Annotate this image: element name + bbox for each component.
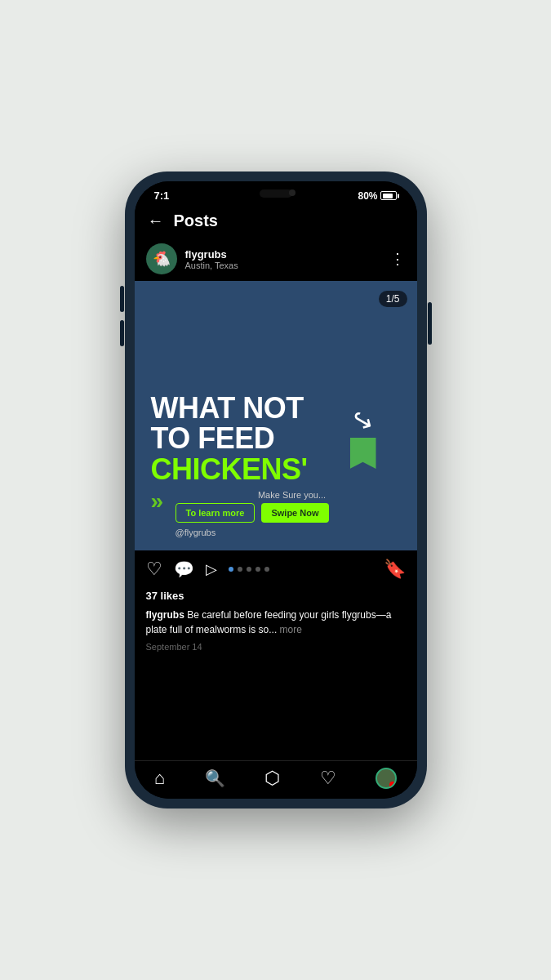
likes-row: 37 likes bbox=[135, 588, 417, 606]
swipe-now-button[interactable]: Swipe Now bbox=[261, 503, 328, 523]
comment-button[interactable]: 💬 bbox=[174, 559, 194, 579]
volume-down-button[interactable] bbox=[120, 320, 124, 346]
dot-2 bbox=[238, 567, 242, 572]
action-icons-left: ♡ 💬 ▷ bbox=[146, 559, 217, 580]
user-info: flygrubs Austin, Texas bbox=[185, 248, 390, 270]
bookmark-graphic bbox=[350, 438, 376, 469]
arrow-area: ↪ bbox=[350, 405, 376, 469]
nav-reels[interactable]: ⬡ bbox=[264, 768, 280, 789]
battery-percent: 80% bbox=[358, 190, 377, 202]
caption-username[interactable]: flygrubs bbox=[146, 609, 184, 621]
learn-more-button[interactable]: To learn more bbox=[176, 503, 256, 523]
status-right: 80% bbox=[358, 190, 397, 202]
caption-row: flygrubs Be careful before feeding your … bbox=[135, 606, 417, 639]
status-time: 7:1 bbox=[154, 189, 170, 202]
notch bbox=[243, 181, 309, 198]
profile-notification-dot bbox=[389, 782, 396, 788]
caption-more[interactable]: more bbox=[280, 624, 302, 635]
dot-4 bbox=[256, 567, 260, 572]
share-button[interactable]: ▷ bbox=[206, 560, 217, 578]
make-sure-text: Make Sure you... bbox=[184, 490, 401, 500]
notch-camera bbox=[289, 189, 295, 196]
post-title-highlight: CHICKENS' bbox=[151, 452, 308, 486]
reels-icon: ⬡ bbox=[264, 768, 280, 789]
nav-search[interactable]: 🔍 bbox=[205, 768, 225, 788]
search-icon: 🔍 bbox=[205, 768, 225, 788]
bottom-nav: ⌂ 🔍 ⬡ ♡ bbox=[135, 760, 417, 799]
date-row: September 14 bbox=[135, 639, 417, 655]
more-options-button[interactable]: ⋮ bbox=[390, 250, 406, 268]
dot-1 bbox=[229, 567, 233, 572]
battery-fill bbox=[383, 194, 393, 198]
username[interactable]: flygrubs bbox=[185, 248, 390, 261]
post-image: 1/5 WHAT NOT TO FEED CHICKENS' Make Sure… bbox=[135, 281, 417, 550]
double-chevron-icon: » bbox=[151, 490, 164, 513]
phone-frame: 7:1 80% ← Posts 🐔 flygrubs Austin, Texas bbox=[125, 172, 427, 808]
heart-icon: ♡ bbox=[320, 768, 336, 789]
nav-profile[interactable] bbox=[375, 768, 397, 789]
home-icon: ⌂ bbox=[154, 768, 165, 789]
notch-pill bbox=[260, 189, 292, 198]
dot-indicators bbox=[229, 567, 269, 572]
page-title: Posts bbox=[174, 212, 218, 230]
action-row: ♡ 💬 ▷ 🔖 bbox=[135, 550, 417, 588]
profile-avatar bbox=[375, 768, 397, 789]
slide-counter: 1/5 bbox=[379, 291, 407, 307]
back-button[interactable]: ← bbox=[148, 212, 164, 230]
arrow-icon: ↪ bbox=[345, 402, 380, 439]
likes-count: 37 likes bbox=[146, 590, 184, 602]
user-location: Austin, Texas bbox=[185, 261, 390, 270]
cta-buttons: To learn more Swipe Now bbox=[176, 503, 329, 523]
nav-home[interactable]: ⌂ bbox=[154, 768, 165, 789]
battery-icon bbox=[380, 191, 397, 200]
post-user-row: 🐔 flygrubs Austin, Texas ⋮ bbox=[135, 237, 417, 281]
power-button[interactable] bbox=[428, 302, 432, 345]
post-handle: @flygrubs bbox=[176, 528, 329, 537]
app-header: ← Posts bbox=[135, 205, 417, 237]
avatar-icon: 🐔 bbox=[153, 250, 171, 268]
dot-5 bbox=[264, 567, 269, 572]
post-footer: ♡ 💬 ▷ 🔖 37 likes flygrubs bbox=[135, 550, 417, 760]
avatar[interactable]: 🐔 bbox=[146, 243, 177, 274]
save-button[interactable]: 🔖 bbox=[384, 559, 406, 580]
nav-heart[interactable]: ♡ bbox=[320, 768, 336, 789]
phone-screen: 7:1 80% ← Posts 🐔 flygrubs Austin, Texas bbox=[135, 181, 417, 799]
like-button[interactable]: ♡ bbox=[146, 559, 162, 580]
volume-up-button[interactable] bbox=[120, 286, 124, 312]
dot-3 bbox=[247, 567, 251, 572]
